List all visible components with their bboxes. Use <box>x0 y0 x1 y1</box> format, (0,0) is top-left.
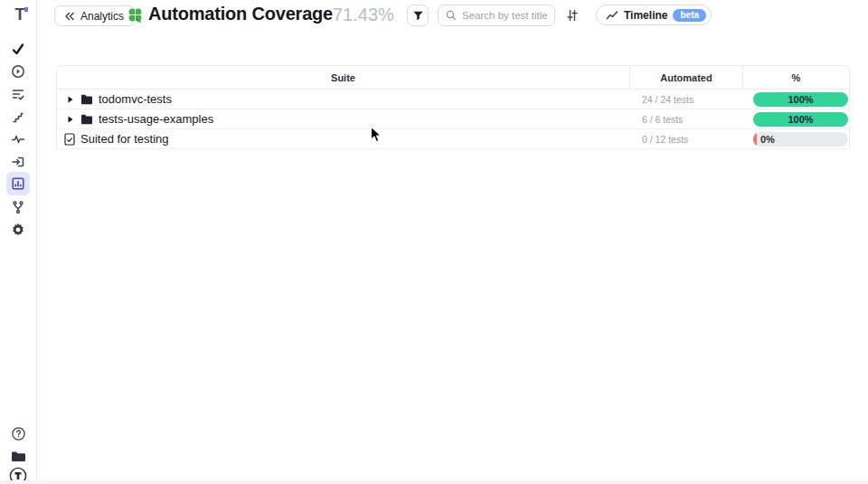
suite-name: tests-usage-examples <box>99 112 213 126</box>
pulse-icon[interactable] <box>6 128 30 151</box>
timeline-button-label: Timeline <box>624 9 667 22</box>
search-box <box>438 5 555 26</box>
brand-logo-accent <box>24 7 28 12</box>
expand-caret-icon[interactable] <box>68 115 75 124</box>
back-button-label: Analytics <box>80 10 124 23</box>
back-to-analytics-button[interactable]: Analytics <box>54 5 135 26</box>
folder-icon <box>80 94 93 105</box>
percent-cell: 100% <box>743 109 849 128</box>
folder-icon <box>80 114 93 125</box>
check-icon[interactable] <box>6 37 30 61</box>
page-title: Automation Coverage <box>148 4 333 24</box>
bottom-edge-strip <box>0 480 868 484</box>
column-header-automated: Automated <box>630 66 743 89</box>
automated-cell: 6 / 6 tests <box>630 109 743 128</box>
search-icon <box>446 10 457 21</box>
list-check-icon[interactable] <box>6 82 30 106</box>
help-icon[interactable] <box>6 422 30 445</box>
analytics-chart-icon[interactable] <box>6 172 30 195</box>
coverage-bar: 100% <box>753 92 848 107</box>
automated-cell: 24 / 24 tests <box>630 90 743 109</box>
brand-logo-letter: T <box>15 5 25 24</box>
suite-cell: tests-usage-examples <box>57 109 630 128</box>
steps-icon[interactable] <box>6 105 30 128</box>
test-file-icon <box>64 133 75 146</box>
adjustments-icon[interactable] <box>565 8 580 23</box>
import-icon[interactable] <box>6 150 30 174</box>
coverage-table: Suite Automated % todomvc-tests 24 / 24 … <box>56 65 850 149</box>
app-window: T Analytics Automation Coverage 71.43% <box>0 0 868 484</box>
table-header: Suite Automated % <box>57 66 849 90</box>
table-row-suited-for-testing[interactable]: Suited for testing 0 / 12 tests 0% <box>57 129 849 149</box>
chevrons-left-icon <box>63 11 75 22</box>
run-circle-icon[interactable] <box>6 60 30 83</box>
trend-line-icon <box>606 10 618 21</box>
suite-cell: Suited for testing <box>57 129 630 148</box>
left-sidebar <box>0 0 37 484</box>
percent-cell: 0% <box>743 129 849 148</box>
table-row-todomvc-tests[interactable]: todomvc-tests 24 / 24 tests 100% <box>57 90 849 109</box>
column-header-suite: Suite <box>57 66 630 89</box>
suite-cell: todomvc-tests <box>57 90 630 109</box>
timeline-button[interactable]: Timeline beta <box>596 5 712 25</box>
settings-gear-icon[interactable] <box>6 218 30 242</box>
automated-cell: 0 / 12 tests <box>630 129 743 148</box>
brand-logo[interactable]: T <box>11 5 29 24</box>
clover-icon <box>127 6 144 24</box>
expand-caret-icon[interactable] <box>68 95 75 104</box>
percent-cell: 100% <box>743 90 849 109</box>
suite-name: Suited for testing <box>80 132 169 146</box>
column-header-percent: % <box>743 66 849 89</box>
funnel-icon <box>412 10 424 22</box>
branch-icon[interactable] <box>6 195 30 219</box>
table-row-tests-usage-examples[interactable]: tests-usage-examples 6 / 6 tests 100% <box>57 109 849 129</box>
suite-name: todomvc-tests <box>99 92 172 106</box>
coverage-bar: 0% <box>753 132 848 147</box>
beta-badge: beta <box>673 9 706 22</box>
coverage-bar: 100% <box>753 112 848 127</box>
coverage-percentage: 71.43% <box>333 5 394 25</box>
filter-button[interactable] <box>407 5 429 26</box>
search-input[interactable] <box>462 10 547 21</box>
